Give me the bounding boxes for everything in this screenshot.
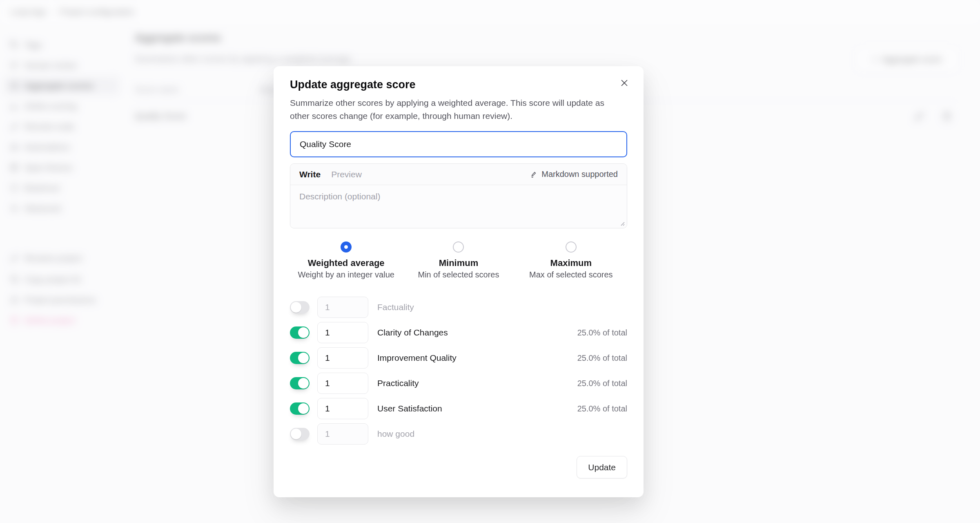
description-textarea[interactable] — [290, 185, 627, 228]
resize-handle-icon[interactable] — [619, 220, 625, 226]
score-name-label: how good — [377, 429, 414, 439]
mode-label: Weighted average — [308, 257, 385, 269]
score-name-label: Factuality — [377, 302, 414, 312]
mode-label: Minimum — [439, 257, 479, 269]
update-aggregate-score-dialog: Update aggregate score Summarize other s… — [274, 66, 644, 497]
score-name-input[interactable] — [290, 131, 627, 157]
tab-preview[interactable]: Preview — [331, 170, 362, 179]
aggregation-mode-group: Weighted average Weight by an integer va… — [290, 241, 627, 279]
radio-icon[interactable] — [453, 241, 464, 253]
score-percent: 25.0% of total — [577, 379, 627, 388]
dialog-description: Summarize other scores by applying a wei… — [290, 96, 617, 122]
weight-input[interactable] — [317, 347, 368, 369]
score-name-label: Improvement Quality — [377, 353, 457, 363]
weight-input[interactable] — [317, 423, 368, 445]
dialog-title: Update aggregate score — [290, 78, 627, 92]
toggle-on[interactable] — [290, 352, 310, 364]
mode-sublabel: Min of selected scores — [418, 270, 499, 279]
mode-minimum[interactable]: Minimum Min of selected scores — [402, 241, 514, 279]
score-row-improvement-quality: Improvement Quality 25.0% of total — [290, 347, 627, 369]
score-weight-list: Factuality Clarity of Changes 25.0% of t… — [290, 297, 627, 445]
toggle-knob — [298, 378, 309, 389]
mode-weighted-average[interactable]: Weighted average Weight by an integer va… — [290, 241, 402, 279]
score-row-clarity-of-changes: Clarity of Changes 25.0% of total — [290, 322, 627, 343]
tab-write[interactable]: Write — [299, 170, 321, 179]
mode-label: Maximum — [550, 257, 592, 269]
score-name-label: User Satisfaction — [377, 404, 442, 413]
toggle-off[interactable] — [290, 428, 310, 440]
update-button[interactable]: Update — [577, 456, 627, 478]
editor-body — [290, 185, 627, 228]
mode-sublabel: Weight by an integer value — [298, 270, 394, 279]
toggle-off[interactable] — [290, 301, 310, 313]
toggle-knob — [291, 302, 301, 313]
score-row-practicality: Practicality 25.0% of total — [290, 373, 627, 394]
toggle-knob — [291, 429, 301, 439]
toggle-on[interactable] — [290, 402, 310, 415]
radio-selected-icon[interactable] — [341, 241, 352, 253]
score-percent: 25.0% of total — [577, 353, 627, 363]
pen-icon — [530, 170, 538, 179]
weight-input[interactable] — [317, 398, 368, 419]
toggle-knob — [298, 403, 309, 414]
markdown-hint-label: Markdown supported — [541, 170, 618, 179]
score-percent: 25.0% of total — [577, 328, 627, 337]
weight-input[interactable] — [317, 373, 368, 394]
description-editor: Write Preview Markdown supported — [290, 163, 627, 228]
toggle-knob — [298, 327, 309, 338]
radio-icon[interactable] — [566, 241, 577, 253]
score-row-user-satisfaction: User Satisfaction 25.0% of total — [290, 398, 627, 419]
weight-input[interactable] — [317, 322, 368, 343]
score-row-how-good: how good — [290, 423, 627, 445]
weight-input[interactable] — [317, 297, 368, 318]
mode-sublabel: Max of selected scores — [529, 270, 613, 279]
close-icon[interactable] — [617, 76, 631, 90]
mode-maximum[interactable]: Maximum Max of selected scores — [515, 241, 627, 279]
app-window: Loop logs › Project configuration Tags H… — [0, 0, 980, 523]
editor-toolbar: Write Preview Markdown supported — [290, 164, 627, 185]
score-name-label: Clarity of Changes — [377, 328, 448, 337]
markdown-hint: Markdown supported — [530, 170, 618, 179]
score-row-factuality: Factuality — [290, 297, 627, 318]
toggle-on[interactable] — [290, 377, 310, 389]
score-percent: 25.0% of total — [577, 404, 627, 413]
toggle-knob — [298, 353, 309, 363]
score-name-label: Practicality — [377, 378, 419, 388]
toggle-on[interactable] — [290, 326, 310, 339]
dialog-footer: Update — [290, 456, 627, 478]
